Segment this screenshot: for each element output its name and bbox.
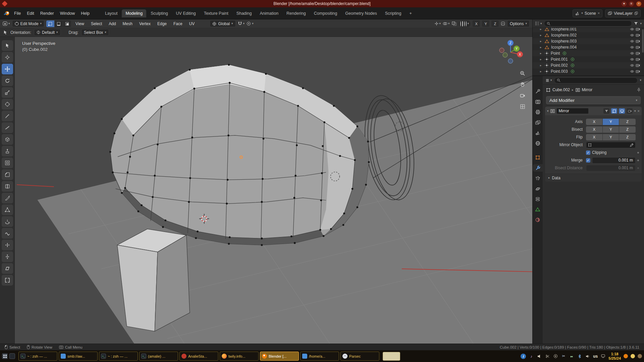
inset-faces-tool[interactable] xyxy=(2,158,13,168)
taskbar-window-parsec[interactable]: ◠ Parsec xyxy=(340,352,379,361)
extrude-region-tool[interactable] xyxy=(2,146,13,157)
shrink-fatten-tool[interactable] xyxy=(2,251,13,262)
poly-build-tool[interactable] xyxy=(2,204,13,215)
tab-object-data[interactable] xyxy=(533,206,543,213)
bisect-z-toggle[interactable]: Z xyxy=(619,126,636,133)
add-modifier-button[interactable]: Add Modifier▾ xyxy=(546,96,641,104)
expand-arrow-icon[interactable]: ▸ xyxy=(540,70,543,73)
data-subpanel-header[interactable]: ▸ Data xyxy=(545,174,642,182)
proportional-falloff-icon[interactable] xyxy=(501,21,505,26)
disable-in-renders-icon[interactable] xyxy=(636,46,640,49)
outliner-item[interactable]: ▸ Icosphere.003 xyxy=(533,38,641,44)
menu-help[interactable]: Help xyxy=(78,10,93,17)
scale-tool[interactable] xyxy=(2,87,13,98)
expand-arrow-icon[interactable]: ▸ xyxy=(540,64,543,67)
outliner-item[interactable]: ▸ Point xyxy=(533,50,641,56)
flip-z-toggle[interactable]: Z xyxy=(619,134,636,140)
modifier-extras-button[interactable]: ▾ xyxy=(634,110,636,113)
flip-x-toggle[interactable]: X xyxy=(586,134,602,140)
rendered-shading-button[interactable] xyxy=(466,21,467,26)
tray-info-icon[interactable]: i xyxy=(521,354,526,359)
blender-logo-icon[interactable] xyxy=(3,11,10,16)
tab-physics[interactable] xyxy=(533,185,543,192)
menu-render[interactable]: Render xyxy=(37,10,57,17)
tab-tool[interactable] xyxy=(533,87,543,95)
vertex-select-toggle[interactable] xyxy=(46,20,54,27)
bisect-y-toggle[interactable]: Y xyxy=(603,126,619,133)
tray-cut-icon[interactable]: ✂ xyxy=(561,354,566,359)
3d-viewport[interactable]: User Perspective (0) Cube.002 Z Y X xyxy=(15,37,532,344)
tray-volume-icon[interactable] xyxy=(585,354,590,359)
shade-button[interactable]: ▾ xyxy=(622,1,627,6)
close-button[interactable]: × xyxy=(636,1,641,6)
tab-world[interactable] xyxy=(533,139,543,147)
shear-tool[interactable] xyxy=(2,263,13,274)
clipping-checkbox[interactable]: ✓ xyxy=(586,150,590,155)
taskbar-window-analiesta[interactable]: AnalieSta... xyxy=(179,352,218,361)
tab-geometry-nodes[interactable]: Geometry Nodes xyxy=(341,9,380,17)
taskbar-minimized-window[interactable] xyxy=(383,352,400,361)
hide-in-viewport-icon[interactable] xyxy=(630,28,634,31)
maximize-button[interactable]: ≡ xyxy=(629,1,634,6)
select-box-tool[interactable] xyxy=(2,40,13,51)
outliner-item[interactable]: ▸ Icosphere.002 xyxy=(533,32,641,38)
outliner-item[interactable]: ▸ Icosphere.004 xyxy=(533,44,641,50)
edge-select-toggle[interactable] xyxy=(55,20,63,27)
wireframe-shading-button[interactable] xyxy=(460,21,461,26)
transform-tool[interactable] xyxy=(2,99,13,110)
properties-search-input[interactable] xyxy=(554,77,638,83)
expand-arrow-icon[interactable]: ▸ xyxy=(540,52,543,55)
annotate-tool[interactable] xyxy=(2,111,13,121)
hide-in-viewport-icon[interactable] xyxy=(630,40,634,43)
tab-scripting[interactable]: Scripting xyxy=(381,9,405,17)
outliner-item[interactable]: ▸ Point.001 xyxy=(533,56,641,62)
tab-rendering[interactable]: Rendering xyxy=(283,9,310,17)
clock[interactable]: 1:18 5/25/24 xyxy=(608,352,621,360)
tab-view-layer[interactable] xyxy=(533,119,543,126)
show-desktop-icon[interactable] xyxy=(9,353,15,359)
tab-texture-paint[interactable]: Texture Paint xyxy=(200,9,232,17)
expand-arrow-icon[interactable]: ▸ xyxy=(540,34,543,37)
add-cube-tool[interactable] xyxy=(2,134,13,145)
outliner-search-input[interactable] xyxy=(544,20,632,26)
menu-edge[interactable]: Edge xyxy=(155,20,169,27)
hide-in-viewport-icon[interactable] xyxy=(630,34,634,37)
measure-tool[interactable] xyxy=(2,122,13,133)
tray-notifications-icon[interactable] xyxy=(624,354,628,358)
add-workspace-button[interactable]: + xyxy=(406,9,415,17)
orientation-setting-dropdown[interactable]: Default▾ xyxy=(34,29,61,36)
outliner-item[interactable]: ▸ Point.002 xyxy=(533,62,641,68)
tray-audio-icon[interactable] xyxy=(537,354,542,359)
disable-in-renders-icon[interactable] xyxy=(636,58,640,61)
camera-view-icon[interactable] xyxy=(518,91,527,100)
taskbar-window-files-smb[interactable]: smb://aw... xyxy=(59,352,98,361)
taskbar-window-files-home[interactable]: /home/a... xyxy=(300,352,339,361)
tab-modeling[interactable]: Modeling xyxy=(122,9,146,17)
tab-object[interactable] xyxy=(533,154,543,161)
tab-render[interactable] xyxy=(533,98,543,105)
face-select-toggle[interactable] xyxy=(63,20,71,27)
outliner-options-icon[interactable]: ▾ xyxy=(640,22,642,25)
breadcrumb-object[interactable]: Cube.002 xyxy=(552,87,570,92)
tray-media-icon[interactable]: ♪ xyxy=(529,354,534,359)
outliner-scrollbar[interactable] xyxy=(642,29,644,53)
tab-scene[interactable] xyxy=(533,129,543,136)
copy-icon[interactable] xyxy=(634,11,638,15)
tab-compositing[interactable]: Compositing xyxy=(310,9,341,17)
editor-type-icon[interactable]: ▾ xyxy=(3,21,10,26)
merge-checkbox[interactable]: ✓ xyxy=(586,158,590,163)
hide-in-viewport-icon[interactable] xyxy=(630,64,634,67)
show-gizmo-toggle[interactable]: ▾ xyxy=(434,21,441,26)
breadcrumb-modifier[interactable]: Mirror xyxy=(582,87,592,92)
tab-shading[interactable]: Shading xyxy=(233,9,256,17)
taskbar-window-terminal-1[interactable]: >_ ~ : zsh — ... xyxy=(18,352,57,361)
hide-in-viewport-icon[interactable] xyxy=(630,58,634,61)
menu-view[interactable]: View xyxy=(73,20,87,27)
menu-edit[interactable]: Edit xyxy=(24,10,37,17)
tab-uv-editing[interactable]: UV Editing xyxy=(172,9,200,17)
snap-toggle[interactable]: ▾ xyxy=(238,21,245,26)
merge-threshold-field[interactable]: 0.001 m xyxy=(592,157,636,164)
properties-editor-type-icon[interactable]: ▾ xyxy=(545,78,552,82)
disable-in-renders-icon[interactable] xyxy=(636,40,640,43)
menu-add[interactable]: Add xyxy=(106,20,118,27)
